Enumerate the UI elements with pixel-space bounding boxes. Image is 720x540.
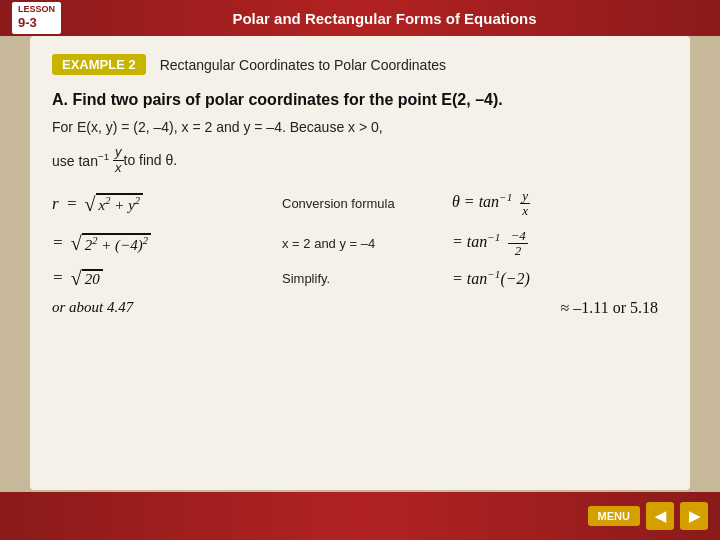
eq-row3-left: = √ 20 (52, 268, 272, 288)
example-badge: EXAMPLE 2 (52, 54, 146, 75)
bottom-bar: MENU ◀ ▶ (0, 492, 720, 540)
eq-row1-right: θ = tan−1 y x (452, 189, 668, 219)
equation-grid: r = √ x2 + y2 Conversion formula θ = tan… (52, 189, 668, 317)
eq-row1-middle: Conversion formula (272, 196, 452, 211)
lesson-word: LESSON (18, 4, 55, 16)
use-tan-row: use tan−1 y x to find θ. (52, 145, 668, 175)
use-tan-text: use tan−1 (52, 151, 113, 169)
menu-button[interactable]: MENU (588, 506, 640, 526)
eq-row2-right: = tan−1 −4 2 (452, 229, 668, 259)
eq-row2-left: = √ 22 + (−4)2 (52, 233, 272, 254)
lesson-badge: LESSON 9-3 (12, 2, 61, 35)
problem-detail: For E(x, y) = (2, –4), x = 2 and y = –4.… (52, 119, 668, 135)
eq-row1-left: r = √ x2 + y2 (52, 193, 272, 214)
use-tan-suffix: to find θ. (124, 152, 178, 168)
eq-row3-middle: Simplify. (272, 271, 452, 286)
example-subtitle: Rectangular Coordinates to Polar Coordin… (160, 57, 446, 73)
problem-statement: A. Find two pairs of polar coordinates f… (52, 89, 668, 111)
header-bar: LESSON 9-3 Polar and Rectangular Forms o… (0, 0, 720, 36)
eq-row4-right: ≈ –1.11 or 5.18 (452, 299, 668, 317)
example-row: EXAMPLE 2 Rectangular Coordinates to Pol… (52, 54, 668, 75)
eq-row2-middle: x = 2 and y = –4 (272, 236, 452, 251)
eq-row3-right: = tan−1(−2) (452, 268, 668, 288)
next-button[interactable]: ▶ (680, 502, 708, 530)
page-title: Polar and Rectangular Forms of Equations (61, 10, 708, 27)
lesson-number: 9-3 (18, 15, 55, 32)
eq-row4-left: or about 4.47 (52, 299, 272, 316)
main-content: EXAMPLE 2 Rectangular Coordinates to Pol… (30, 36, 690, 490)
prev-button[interactable]: ◀ (646, 502, 674, 530)
tan-fraction: y x (113, 145, 124, 175)
